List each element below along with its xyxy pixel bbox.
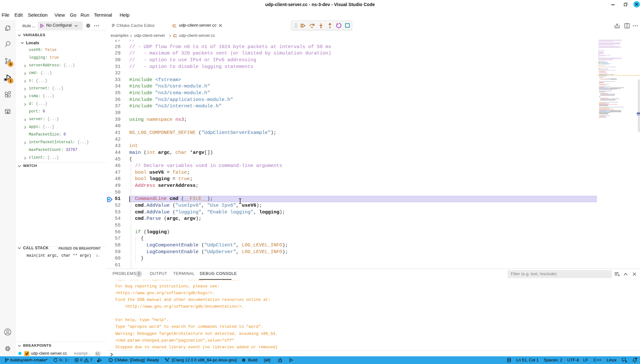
- svg-text:+: +: [175, 26, 176, 28]
- svg-text:+: +: [176, 36, 177, 38]
